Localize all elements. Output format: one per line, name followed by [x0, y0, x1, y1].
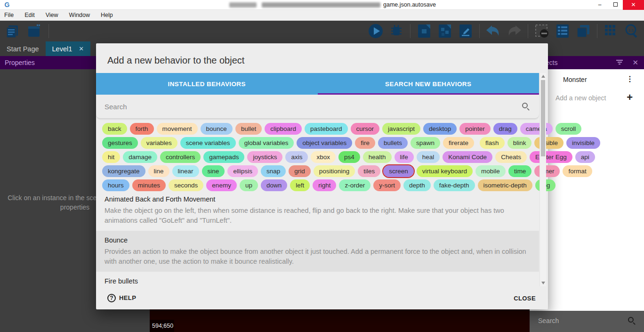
objects-search-bar[interactable]: Search — [530, 311, 644, 332]
app-window-icon[interactable] — [25, 23, 42, 40]
help-button[interactable]: ? HELP — [104, 291, 140, 305]
pages-icon[interactable] — [4, 23, 21, 40]
tag-chip-spawn[interactable]: spawn — [411, 137, 440, 149]
instances-list-icon[interactable] — [554, 23, 571, 40]
tag-chip-konami-code[interactable]: Konami Code — [443, 151, 492, 163]
tab-installed-behaviors[interactable]: INSTALLED BEHAVIORS — [96, 73, 318, 95]
tag-chip-snap[interactable]: snap — [261, 165, 286, 177]
tag-chip-format[interactable]: format — [563, 165, 592, 177]
filter-icon[interactable] — [616, 60, 623, 65]
tag-chip-scene-variables[interactable]: scene variables — [180, 137, 236, 149]
scroll-down-icon[interactable] — [541, 282, 545, 284]
tag-chip-fire[interactable]: fire — [355, 137, 375, 149]
tag-chip-hit[interactable]: hit — [102, 151, 120, 163]
behavior-description: Make the object go on the left, then whe… — [105, 206, 531, 225]
tag-chip-pointer[interactable]: pointer — [459, 123, 490, 135]
tag-chip-damage[interactable]: damage — [123, 151, 157, 163]
tag-chip-tiles[interactable]: tiles — [358, 165, 380, 177]
menu-view[interactable]: View — [46, 12, 58, 18]
tag-chip-easter-egg[interactable]: Easter Egg — [530, 151, 572, 163]
tag-chip-controllers[interactable]: controllers — [160, 151, 201, 163]
tag-chip-global-variables[interactable]: global variables — [239, 137, 294, 149]
menu-edit[interactable]: Edit — [24, 12, 35, 18]
tag-chip-linear[interactable]: linear — [172, 165, 199, 177]
tag-chip-line[interactable]: line — [148, 165, 169, 177]
edit-scene-icon[interactable] — [457, 23, 474, 40]
tag-chip-mobile[interactable]: mobile — [475, 165, 506, 177]
tab-level1[interactable]: Level1✕ — [46, 41, 91, 56]
tag-chip-invisible[interactable]: invisible — [566, 137, 600, 149]
close-panel-icon[interactable]: ✕ — [632, 58, 638, 67]
behavior-search-input[interactable] — [105, 100, 509, 113]
tag-chip-gamepads[interactable]: gamepads — [203, 151, 244, 163]
tag-chip-flash[interactable]: flash — [480, 137, 505, 149]
close-dialog-button[interactable]: CLOSE — [509, 290, 540, 306]
dialog-scrollbar[interactable] — [539, 73, 546, 286]
scrollbar-thumb[interactable] — [541, 80, 545, 156]
menu-window[interactable]: Window — [69, 12, 90, 18]
close-tab-icon[interactable]: ✕ — [79, 45, 84, 52]
tag-chip-virtual-keyboard[interactable]: virtual keyboard — [417, 165, 473, 177]
tag-chip-firerate[interactable]: firerate — [443, 137, 474, 149]
debug-icon[interactable] — [388, 23, 405, 40]
tag-chip-api[interactable]: api — [575, 151, 595, 163]
undo-icon[interactable] — [485, 23, 502, 40]
behavior-entry[interactable]: Fire bulletsAllow the object to fire bul… — [96, 272, 539, 286]
maximize-button[interactable] — [608, 0, 623, 10]
tag-chip-health[interactable]: health — [363, 151, 392, 163]
tag-chip-desktop[interactable]: desktop — [423, 123, 457, 135]
menu-file[interactable]: File — [4, 12, 14, 18]
tag-chip-clipboard[interactable]: clipboard — [265, 123, 302, 135]
tag-chip-ellipsis[interactable]: ellipsis — [227, 165, 258, 177]
tag-chip-visible[interactable]: visible — [534, 137, 564, 149]
scroll-up-icon[interactable] — [541, 75, 545, 78]
tag-chip-cursor[interactable]: cursor — [351, 123, 380, 135]
minimize-button[interactable]: – — [592, 0, 607, 10]
tag-chip-gestures[interactable]: gestures — [102, 137, 138, 149]
tag-chip-grid[interactable]: grid — [289, 165, 311, 177]
object-menu-icon[interactable]: ⋮ — [626, 74, 634, 83]
tag-chip-drag[interactable]: drag — [493, 123, 517, 135]
behavior-entry[interactable]: Animated Back and Forth MovementMake the… — [96, 190, 539, 231]
new-object-icon[interactable] — [416, 23, 433, 40]
tag-chip-scroll[interactable]: scroll — [555, 123, 582, 135]
tag-chip-joysticks[interactable]: joysticks — [247, 151, 282, 163]
tag-chip-kongregate[interactable]: kongregate — [102, 165, 145, 177]
new-group-icon[interactable] — [436, 23, 453, 40]
tab-start-page[interactable]: Start Page — [0, 41, 46, 56]
tag-chip-life[interactable]: life — [394, 151, 414, 163]
tag-chip-bullet[interactable]: bullet — [235, 123, 262, 135]
tag-chip-camera[interactable]: camera — [520, 123, 553, 135]
tag-chip-forth[interactable]: forth — [130, 123, 154, 135]
tag-chip-bounce[interactable]: bounce — [201, 123, 233, 135]
zoom-ratio-icon[interactable]: 1:1 — [623, 23, 640, 40]
tag-chip-positioning[interactable]: positioning — [314, 165, 355, 177]
menu-help[interactable]: Help — [101, 12, 113, 18]
tab-search-new-behaviors[interactable]: SEARCH NEW BEHAVIORS — [318, 73, 539, 95]
tag-chip-movement[interactable]: movement — [157, 123, 198, 135]
tag-chip-axis[interactable]: axis — [285, 151, 308, 163]
tag-chip-timer[interactable]: timer — [534, 165, 560, 177]
tag-chip-time[interactable]: time — [508, 165, 532, 177]
tag-chip-sine[interactable]: sine — [202, 165, 225, 177]
tag-chip-cheats[interactable]: Cheats — [495, 151, 527, 163]
tag-chip-bullets[interactable]: bullets — [378, 137, 408, 149]
tag-chip-screen[interactable]: screen — [383, 165, 414, 177]
close-window-button[interactable]: ✕ — [623, 0, 644, 10]
redo-icon[interactable] — [506, 23, 523, 40]
layers-icon[interactable] — [575, 23, 592, 40]
tag-chip-javascript[interactable]: javascript — [382, 123, 420, 135]
tag-chip-back[interactable]: back — [102, 123, 127, 135]
deselect-mask-icon[interactable] — [533, 23, 550, 40]
grid-icon[interactable] — [603, 23, 620, 40]
tag-chip-blink[interactable]: blink — [507, 137, 532, 149]
scene-canvas[interactable]: 594;650 — [150, 309, 530, 332]
play-icon[interactable] — [367, 23, 384, 40]
tag-chip-object-variables[interactable]: object variables — [297, 137, 352, 149]
tag-chip-heal[interactable]: heal — [417, 151, 440, 163]
tag-chip-pasteboard[interactable]: pasteboard — [305, 123, 348, 135]
tag-chip-xbox[interactable]: xbox — [311, 151, 336, 163]
tag-chip-variables[interactable]: variables — [141, 137, 177, 149]
tag-chip-ps4[interactable]: ps4 — [338, 151, 360, 163]
behavior-entry[interactable]: BounceProvides an action to make the obj… — [96, 231, 539, 272]
